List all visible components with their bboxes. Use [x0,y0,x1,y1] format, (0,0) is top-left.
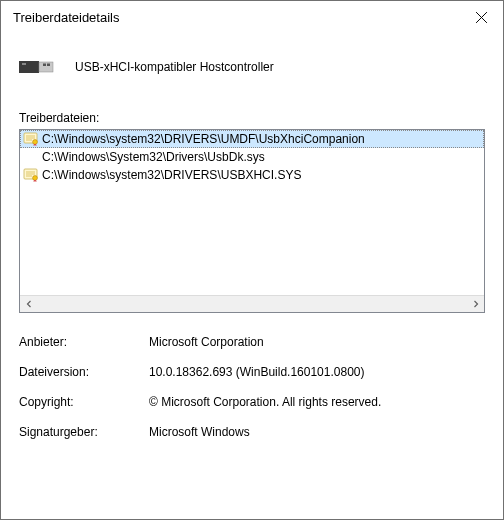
signer-label: Signaturgeber: [19,425,149,439]
device-name: USB-xHCI-kompatibler Hostcontroller [75,60,274,74]
signer-value: Microsoft Windows [149,425,485,439]
close-icon [475,11,488,24]
list-item[interactable]: C:\Windows\System32\Drivers\UsbDk.sys [20,148,484,166]
copyright-value: © Microsoft Corporation. All rights rese… [149,395,485,409]
file-details-section: Anbieter: Microsoft Corporation Dateiver… [19,335,485,455]
chevron-right-icon [472,300,480,308]
list-item[interactable]: C:\Windows\system32\DRIVERS\USBXHCI.SYS [20,166,484,184]
list-item[interactable]: C:\Windows\system32\DRIVERS\UMDF\UsbXhci… [20,130,484,148]
svg-point-8 [33,176,38,181]
file-path: C:\Windows\system32\DRIVERS\USBXHCI.SYS [42,168,301,182]
svg-rect-0 [19,61,39,73]
copyright-row: Copyright: © Microsoft Corporation. All … [19,395,485,409]
file-path: C:\Windows\System32\Drivers\UsbDk.sys [42,150,265,164]
close-button[interactable] [467,3,495,31]
version-row: Dateiversion: 10.0.18362.693 (WinBuild.1… [19,365,485,379]
scroll-left-button[interactable] [20,296,37,312]
device-header: USB-xHCI-kompatibler Hostcontroller [19,53,485,81]
certificate-icon [22,148,40,166]
provider-row: Anbieter: Microsoft Corporation [19,335,485,349]
certificate-icon [22,166,40,184]
horizontal-scrollbar[interactable] [20,295,484,312]
provider-label: Anbieter: [19,335,149,349]
chevron-left-icon [25,300,33,308]
driver-files-listbox[interactable]: C:\Windows\system32\DRIVERS\UMDF\UsbXhci… [19,129,485,313]
svg-rect-3 [47,64,50,67]
svg-rect-2 [43,64,46,67]
usb-connector-icon [19,53,59,81]
scroll-right-button[interactable] [467,296,484,312]
svg-rect-4 [22,63,26,65]
svg-point-6 [33,140,38,145]
window-title: Treiberdateidetails [13,10,119,25]
provider-value: Microsoft Corporation [149,335,485,349]
certificate-icon [22,130,40,148]
signer-row: Signaturgeber: Microsoft Windows [19,425,485,439]
version-label: Dateiversion: [19,365,149,379]
titlebar: Treiberdateidetails [1,1,503,33]
dialog-window: Treiberdateidetails USB-xHCI-kompatibler… [0,0,504,520]
files-label: Treiberdateien: [19,111,485,125]
copyright-label: Copyright: [19,395,149,409]
version-value: 10.0.18362.693 (WinBuild.160101.0800) [149,365,485,379]
content-area: USB-xHCI-kompatibler Hostcontroller Trei… [1,33,503,519]
file-path: C:\Windows\system32\DRIVERS\UMDF\UsbXhci… [42,132,365,146]
